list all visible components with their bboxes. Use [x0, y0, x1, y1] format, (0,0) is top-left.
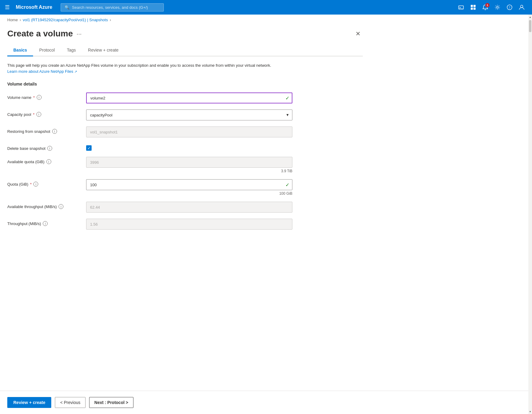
search-icon: 🔍	[65, 5, 69, 10]
tab-protocol[interactable]: Protocol	[33, 45, 61, 56]
brand-logo: Microsoft Azure	[16, 5, 52, 10]
checkbox-checkmark: ✓	[87, 146, 91, 150]
throughput-input	[86, 219, 292, 230]
snapshot-control	[86, 126, 292, 137]
tab-review-create[interactable]: Review + create	[82, 45, 125, 56]
throughput-control	[86, 219, 292, 230]
svg-rect-1	[471, 5, 473, 7]
settings-icon[interactable]	[492, 2, 503, 13]
delete-snapshot-info-icon[interactable]: i	[47, 146, 52, 151]
available-quota-label: Available quota (GiB) i	[7, 157, 86, 164]
delete-snapshot-checkbox[interactable]: ✓	[86, 145, 92, 151]
account-icon[interactable]	[516, 2, 527, 13]
scrollbar-thumb[interactable]	[529, 20, 531, 32]
portal-icon[interactable]	[468, 2, 479, 13]
svg-rect-3	[471, 8, 473, 10]
snapshot-row: Restoring from snapshot i	[7, 126, 363, 137]
throughput-label: Throughput (MiB/s) i	[7, 219, 86, 226]
learn-more-link[interactable]: Learn more about Azure NetApp Files ↗	[7, 69, 77, 74]
capacity-pool-required: *	[33, 112, 35, 117]
available-throughput-control	[86, 202, 292, 213]
scroll-up-icon[interactable]: ▲	[528, 15, 532, 19]
breadcrumb-home[interactable]: Home	[7, 18, 18, 22]
throughput-info-icon[interactable]: i	[43, 221, 48, 226]
topnav-icons: 1 ?	[456, 2, 527, 13]
hamburger-icon[interactable]: ☰	[5, 4, 10, 11]
available-quota-row: Available quota (GiB) i 3.9 TiB	[7, 157, 363, 173]
available-quota-control: 3.9 TiB	[86, 157, 292, 173]
capacity-pool-info-icon[interactable]: i	[36, 112, 41, 117]
more-options-icon[interactable]: ···	[76, 30, 82, 37]
quota-check-icon: ✓	[285, 182, 289, 188]
search-bar[interactable]: 🔍	[61, 3, 164, 12]
breadcrumb-sep1: ›	[20, 18, 21, 22]
tab-bar: Basics Protocol Tags Review + create	[7, 45, 363, 56]
topnav: ☰ Microsoft Azure 🔍 1 ?	[0, 0, 532, 15]
svg-point-5	[497, 6, 498, 8]
notifications-icon[interactable]: 1	[480, 2, 491, 13]
tab-basics[interactable]: Basics	[7, 45, 33, 56]
delete-snapshot-control: ✓	[86, 143, 292, 151]
svg-text:?: ?	[509, 5, 510, 10]
quota-row: Quota (GiB) * i ✓ 100 GiB	[7, 179, 363, 196]
volume-name-control: ✓	[86, 93, 292, 103]
breadcrumb: Home › vol1 (RT1945292/capacityPool/vol1…	[0, 15, 532, 25]
capacity-pool-label: Capacity pool * i	[7, 109, 86, 117]
delete-snapshot-label: Delete base snapshot i	[7, 143, 86, 151]
volume-name-row: Volume name * i ✓	[7, 93, 363, 103]
volume-name-label: Volume name * i	[7, 93, 86, 100]
volume-name-input-wrap: ✓	[86, 93, 292, 103]
delete-snapshot-checkbox-wrap: ✓	[86, 143, 292, 151]
svg-rect-0	[459, 6, 463, 9]
page-header: Create a volume ··· ✕	[7, 25, 363, 45]
notification-badge: 1	[485, 3, 490, 7]
breadcrumb-link[interactable]: vol1 (RT1945292/capacityPool/vol1) | Sna…	[23, 18, 108, 22]
main-content: Create a volume ··· ✕ Basics Protocol Ta…	[0, 25, 370, 267]
quota-info-icon[interactable]: i	[33, 182, 38, 187]
scrollbar-track: ▲ ▼	[528, 15, 532, 267]
tab-tags[interactable]: Tags	[61, 45, 82, 56]
volume-name-input[interactable]	[86, 93, 292, 103]
snapshot-input	[86, 126, 292, 137]
quota-input[interactable]	[86, 179, 292, 190]
quota-input-wrap: ✓	[86, 179, 292, 190]
quota-hint: 100 GiB	[86, 191, 292, 196]
capacity-pool-row: Capacity pool * i capacityPool ▼	[7, 109, 363, 120]
available-quota-input	[86, 157, 292, 168]
available-quota-info-icon[interactable]: i	[46, 159, 51, 164]
delete-snapshot-row: Delete base snapshot i ✓	[7, 143, 363, 151]
throughput-row: Throughput (MiB/s) i	[7, 219, 363, 230]
volume-details-section-title: Volume details	[7, 82, 363, 86]
page-title: Create a volume	[7, 29, 73, 39]
volume-name-info-icon[interactable]: i	[37, 95, 42, 100]
close-button[interactable]: ✕	[353, 29, 363, 39]
svg-rect-4	[473, 8, 476, 10]
svg-point-8	[520, 5, 523, 8]
available-quota-hint: 3.9 TiB	[86, 169, 292, 173]
capacity-pool-select[interactable]: capacityPool	[86, 109, 292, 120]
help-icon[interactable]: ?	[504, 2, 515, 13]
volume-name-check-icon: ✓	[285, 95, 289, 101]
cloud-shell-icon[interactable]	[456, 2, 466, 13]
quota-required: *	[30, 182, 32, 187]
quota-control: ✓ 100 GiB	[86, 179, 292, 196]
snapshot-info-icon[interactable]: i	[52, 129, 57, 134]
available-throughput-row: Available throughput (MiB/s) i	[7, 202, 363, 213]
capacity-pool-control: capacityPool ▼	[86, 109, 292, 120]
search-input[interactable]	[72, 5, 160, 10]
quota-label: Quota (GiB) * i	[7, 179, 86, 187]
snapshot-label: Restoring from snapshot i	[7, 126, 86, 134]
available-throughput-label: Available throughput (MiB/s) i	[7, 202, 86, 209]
breadcrumb-sep2: ›	[110, 18, 111, 22]
description-text: This page will help you create an Azure …	[7, 62, 280, 74]
volume-name-required: *	[33, 95, 35, 100]
external-link-icon: ↗	[74, 70, 77, 73]
svg-rect-2	[473, 5, 476, 7]
available-throughput-info-icon[interactable]: i	[59, 204, 63, 209]
available-throughput-input	[86, 202, 292, 213]
capacity-pool-select-wrap: capacityPool ▼	[86, 109, 292, 120]
